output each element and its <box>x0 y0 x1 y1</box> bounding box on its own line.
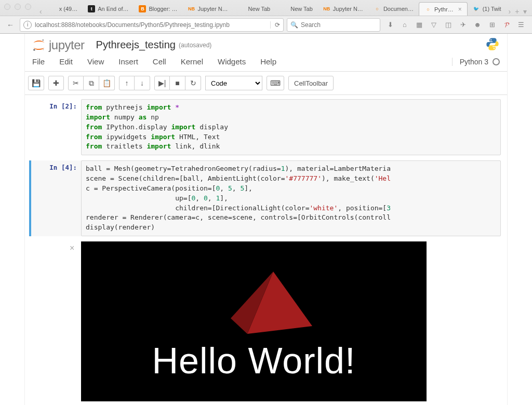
cell-prompt: In [2]: <box>31 99 81 155</box>
browser-tab[interactable]: x (49… <box>44 2 83 16</box>
python-logo-icon <box>485 37 500 53</box>
tab-close-icon[interactable]: × <box>458 6 462 13</box>
browser-tab[interactable]: NBJupyter N… <box>318 2 368 16</box>
run-icon[interactable]: ▶| <box>154 76 170 90</box>
notebook-container: jupyter Pythreejs_testing (autosaved) Fi… <box>24 34 508 405</box>
menu-file[interactable]: File <box>32 57 45 66</box>
code-input[interactable]: from pythreejs import * import numpy as … <box>81 99 501 155</box>
downloads-icon[interactable]: ⬇ <box>385 21 395 29</box>
tab-favicon-icon: t <box>88 5 95 12</box>
move-down-icon[interactable]: ↓ <box>135 76 150 90</box>
back-button[interactable]: ← <box>4 19 17 31</box>
tab-favicon-icon: ○ <box>424 6 432 13</box>
tab-label: New Tab <box>290 6 313 12</box>
svg-point-1 <box>33 49 35 51</box>
browser-tab[interactable]: ○Documen… <box>368 2 419 16</box>
code-cell[interactable]: In [4]:ball = Mesh(geometry=TetrahedronG… <box>29 160 501 236</box>
kernel-name: Python 3 <box>460 58 488 66</box>
tab-label: Pythr… <box>434 6 454 12</box>
tab-label: Documen… <box>383 6 414 12</box>
menu-insert[interactable]: Insert <box>118 57 138 66</box>
command-palette-icon[interactable]: ⌨ <box>267 76 284 90</box>
site-info-icon[interactable]: i <box>23 21 32 29</box>
browser-tab[interactable]: New Tab <box>233 2 276 16</box>
output-close-icon[interactable]: × <box>70 244 74 253</box>
tab-favicon-icon <box>49 5 57 12</box>
menu-help[interactable]: Help <box>260 57 276 66</box>
cut-icon[interactable]: ✂ <box>68 76 84 90</box>
move-up-icon[interactable]: ↑ <box>119 76 135 90</box>
minimize-window-icon[interactable] <box>15 4 21 10</box>
restart-icon[interactable]: ↻ <box>185 76 201 90</box>
tab-scroll-left-icon[interactable]: ‹ <box>37 7 44 16</box>
new-tab-icon[interactable]: + <box>513 7 521 16</box>
browser-tab[interactable]: New Tab <box>275 2 318 16</box>
sidebar-icon[interactable]: ◫ <box>444 21 453 29</box>
url-text: localhost:8888/notebooks/Documents/Pytho… <box>35 21 230 29</box>
menu-icon[interactable]: ☰ <box>516 21 526 29</box>
tabs-dropdown-icon[interactable]: ▾ <box>521 7 529 16</box>
kernel-indicator[interactable]: Python 3 <box>452 58 500 66</box>
browser-tab[interactable]: tAn End of… <box>83 2 134 16</box>
browser-tab[interactable]: 🐦(1) Twit <box>468 2 507 16</box>
send-icon[interactable]: ✈ <box>458 21 468 29</box>
tab-favicon-icon: NB <box>323 5 330 12</box>
menu-view[interactable]: View <box>87 57 104 66</box>
browser-tab[interactable]: ○Pythr…× <box>419 2 468 16</box>
tab-label: x (49… <box>59 6 77 12</box>
maximize-window-icon[interactable] <box>25 4 31 10</box>
page-content: jupyter Pythreejs_testing (autosaved) Fi… <box>0 34 532 405</box>
tab-label: Blogger: … <box>149 6 177 12</box>
browser-tab[interactable]: BBlogger: … <box>134 2 182 16</box>
output-prompt <box>31 241 81 401</box>
svg-point-2 <box>43 49 44 50</box>
cell-toolbar-button[interactable]: CellToolbar <box>288 76 334 90</box>
output-area: ×Hello World! <box>81 241 501 401</box>
browser-tab[interactable]: NBJupyter N… <box>183 2 233 16</box>
home-icon[interactable]: ⌂ <box>400 21 409 29</box>
tab-scroll-right-icon[interactable]: › <box>507 7 513 16</box>
add-cell-icon[interactable]: ✚ <box>48 76 64 90</box>
menu-kernel[interactable]: Kernel <box>181 57 203 66</box>
tab-favicon-icon: 🐦 <box>473 5 480 12</box>
tab-favicon-icon: ○ <box>374 5 381 12</box>
tab-favicon-icon: B <box>139 5 146 12</box>
notebook-cells: In [2]:from pythreejs import * import nu… <box>25 95 507 405</box>
pinterest-icon[interactable]: 𝓟 <box>502 21 511 29</box>
render-text: Hello World! <box>81 340 427 382</box>
tab-label: New Tab <box>248 6 271 12</box>
emoji-icon[interactable]: ☻ <box>473 21 482 29</box>
tab-favicon-icon <box>281 5 288 12</box>
reload-icon[interactable]: ⟳ <box>270 21 280 29</box>
search-input[interactable] <box>301 21 377 29</box>
tetrahedron-icon <box>227 272 320 349</box>
browser-toolbar-icons: ⬇ ⌂ ▦ ▽ ◫ ✈ ☻ ⊞ 𝓟 ☰ <box>383 21 528 29</box>
tab-label: Jupyter N… <box>333 6 363 12</box>
pocket-icon[interactable]: ▽ <box>429 21 438 29</box>
apps-icon[interactable]: ⊞ <box>487 21 497 29</box>
tab-favicon-icon: NB <box>188 5 195 12</box>
jupyter-logo[interactable]: jupyter <box>32 38 85 52</box>
search-box[interactable]: 🔍 <box>287 18 380 32</box>
reader-icon[interactable]: ▦ <box>415 21 424 29</box>
main-toolbar: 💾 ✚ ✂ ⧉ 📋 ↑ ↓ ▶| ■ ↻ Code ⌨ CellToolbar <box>25 72 507 95</box>
notebook-title[interactable]: Pythreejs_testing <box>96 39 176 51</box>
window-controls[interactable] <box>4 4 31 10</box>
autosave-status: (autosaved) <box>179 42 211 49</box>
threejs-canvas[interactable]: Hello World! <box>81 241 427 401</box>
cell-type-select[interactable]: Code <box>205 76 262 90</box>
close-window-icon[interactable] <box>4 4 10 10</box>
paste-icon[interactable]: 📋 <box>99 76 115 90</box>
stop-icon[interactable]: ■ <box>170 76 185 90</box>
menu-cell[interactable]: Cell <box>153 57 166 66</box>
save-icon[interactable]: 💾 <box>28 76 44 90</box>
menu-edit[interactable]: Edit <box>59 57 73 66</box>
url-input[interactable]: i localhost:8888/notebooks/Documents/Pyt… <box>20 18 284 32</box>
menu-widgets[interactable]: Widgets <box>218 57 246 66</box>
code-cell[interactable]: In [2]:from pythreejs import * import nu… <box>31 99 501 155</box>
browser-chrome: ‹ x (49…tAn End of…BBlogger: …NBJupyter … <box>0 0 532 34</box>
code-input[interactable]: ball = Mesh(geometry=TetrahedronGeometry… <box>81 160 501 236</box>
copy-icon[interactable]: ⧉ <box>84 76 99 90</box>
output-cell: ×Hello World! <box>31 241 501 401</box>
notebook-header: jupyter Pythreejs_testing (autosaved) <box>25 34 507 54</box>
